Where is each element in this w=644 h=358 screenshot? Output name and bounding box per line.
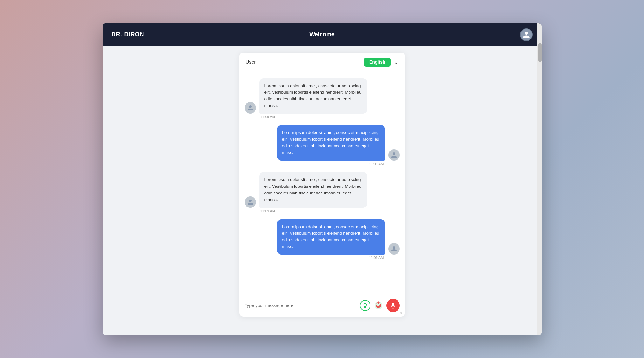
language-badge[interactable]: English — [364, 58, 391, 67]
avatar-icon — [391, 246, 397, 252]
lightbulb-icon — [362, 303, 368, 308]
message-bubble: Lorem ipsum dolor sit amet, consectetur … — [259, 172, 367, 208]
app-window: DR. DIRON Welcome User English ⌄ — [103, 23, 542, 335]
mic-icon — [390, 302, 396, 309]
avatar-icon — [247, 105, 253, 111]
message-timestamp: 11:09 AM — [245, 115, 400, 119]
message-bubble: Lorem ipsum dolor sit amet, consectetur … — [277, 125, 385, 161]
chat-panel: User English ⌄ Lorem ipsu — [239, 53, 405, 317]
avatar-icon — [391, 152, 397, 158]
scrollbar-track[interactable] — [537, 23, 542, 335]
message-bubble: Lorem ipsum dolor sit amet, consectetur … — [277, 219, 385, 255]
avatar-icon — [523, 31, 530, 39]
message-timestamp: 11:09 AM — [245, 162, 400, 166]
input-area: ↘ — [239, 294, 405, 317]
message-timestamp: 11:09 AM — [245, 209, 400, 213]
message-group: Lorem ipsum dolor sit amet, consectetur … — [245, 172, 400, 213]
input-icons — [360, 299, 400, 312]
chat-user-label: User — [246, 59, 256, 65]
message-row: Lorem ipsum dolor sit amet, consectetur … — [245, 219, 400, 255]
chat-header-controls: English ⌄ — [364, 58, 398, 67]
refresh-icon — [374, 301, 383, 310]
chat-wrapper: User English ⌄ Lorem ipsu — [103, 46, 542, 335]
avatar — [245, 196, 256, 208]
avatar — [388, 149, 400, 161]
page-title: Welcome — [309, 31, 335, 38]
message-input[interactable] — [245, 300, 357, 311]
attachment-button[interactable] — [373, 300, 384, 311]
app-header: DR. DIRON Welcome — [103, 23, 542, 46]
message-timestamp: 11:09 AM — [245, 256, 400, 260]
chat-header: User English ⌄ — [239, 53, 405, 72]
input-row — [245, 299, 400, 312]
messages-area: Lorem ipsum dolor sit amet, consectetur … — [239, 72, 405, 294]
avatar — [245, 102, 256, 114]
mic-button[interactable] — [386, 299, 400, 312]
avatar-icon — [247, 199, 253, 205]
scrollbar-thumb[interactable] — [538, 43, 542, 62]
message-row: Lorem ipsum dolor sit amet, consectetur … — [245, 172, 400, 208]
chevron-down-icon[interactable]: ⌄ — [394, 59, 398, 66]
message-row: Lorem ipsum dolor sit amet, consectetur … — [245, 125, 400, 161]
brand-name: DR. DIRON — [112, 31, 144, 38]
message-group: Lorem ipsum dolor sit amet, consectetur … — [245, 78, 400, 119]
avatar — [388, 243, 400, 255]
user-avatar[interactable] — [520, 28, 533, 41]
message-bubble: Lorem ipsum dolor sit amet, consectetur … — [259, 78, 367, 114]
message-row: Lorem ipsum dolor sit amet, consectetur … — [245, 78, 400, 114]
resize-handle: ↘ — [399, 310, 402, 315]
message-group: Lorem ipsum dolor sit amet, consectetur … — [245, 125, 400, 166]
emoji-button[interactable] — [360, 300, 370, 311]
message-group: Lorem ipsum dolor sit amet, consectetur … — [245, 219, 400, 260]
